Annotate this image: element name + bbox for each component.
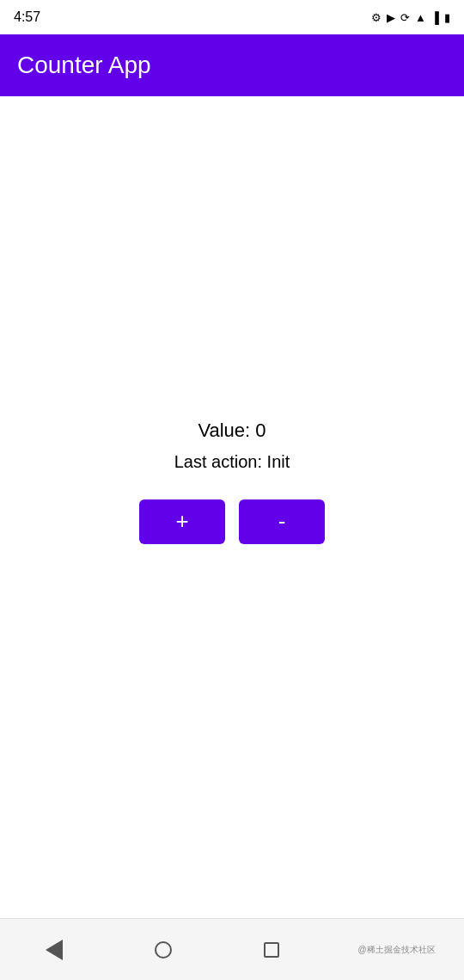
recents-icon [264, 942, 279, 958]
status-icons: ⚙ ▶ ⟳ ▲ ▐ ▮ [371, 11, 450, 24]
decrement-button[interactable]: - [239, 499, 325, 544]
home-icon [155, 941, 172, 959]
play-icon: ▶ [387, 11, 395, 24]
main-content: Value: 0 Last action: Init + - [0, 96, 464, 918]
wifi-icon: ▲ [415, 11, 426, 24]
status-time: 4:57 [14, 9, 40, 25]
rotation-icon: ⟳ [400, 11, 410, 24]
increment-button[interactable]: + [139, 499, 225, 544]
app-bar: Counter App [0, 34, 464, 96]
nav-recents-button[interactable] [246, 933, 297, 967]
value-display: Value: 0 [198, 420, 266, 442]
counter-buttons: + - [139, 499, 325, 544]
app-title: Counter App [17, 52, 151, 79]
nav-home-button[interactable] [137, 933, 189, 967]
nav-back-button[interactable] [28, 933, 80, 967]
back-icon [46, 940, 63, 960]
signal-icon: ▐ [431, 11, 439, 24]
last-action-display: Last action: Init [174, 452, 290, 472]
brand-label: @稀土掘金技术社区 [358, 944, 436, 956]
status-bar: 4:57 ⚙ ▶ ⟳ ▲ ▐ ▮ [0, 0, 464, 34]
battery-icon: ▮ [444, 11, 450, 24]
settings-icon: ⚙ [371, 11, 382, 24]
bottom-nav: @稀土掘金技术社区 [0, 918, 464, 980]
